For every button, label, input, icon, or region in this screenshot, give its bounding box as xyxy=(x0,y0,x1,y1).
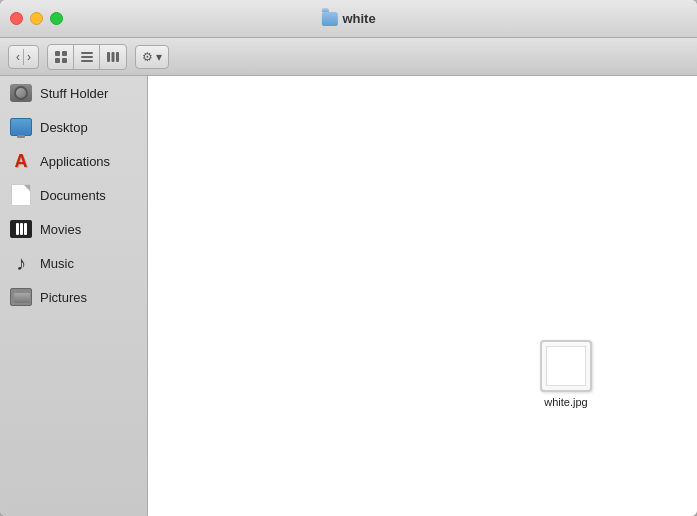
window-title-area: white xyxy=(321,11,375,26)
svg-rect-1 xyxy=(62,51,67,56)
sidebar-item-pictures[interactable]: Pictures xyxy=(0,280,147,314)
pictures-icon xyxy=(10,286,32,308)
sidebar-item-applications[interactable]: A Applications xyxy=(0,144,147,178)
sidebar-label-music: Music xyxy=(40,256,74,271)
maximize-button[interactable] xyxy=(50,12,63,25)
file-item-white-jpg[interactable]: white.jpg xyxy=(526,336,606,412)
sidebar-item-documents[interactable]: Documents xyxy=(0,178,147,212)
sidebar-label-documents: Documents xyxy=(40,188,106,203)
documents-icon xyxy=(10,184,32,206)
sidebar-label-applications: Applications xyxy=(40,154,110,169)
window-folder-icon xyxy=(321,12,337,26)
titlebar: white xyxy=(0,0,697,38)
applications-icon: A xyxy=(10,150,32,172)
sidebar-label-pictures: Pictures xyxy=(40,290,87,305)
svg-rect-6 xyxy=(81,60,93,62)
svg-rect-8 xyxy=(112,52,115,62)
svg-rect-4 xyxy=(81,52,93,54)
svg-rect-2 xyxy=(55,58,60,63)
sidebar-label-movies: Movies xyxy=(40,222,81,237)
view-list-button[interactable] xyxy=(74,45,100,69)
sidebar-label-desktop: Desktop xyxy=(40,120,88,135)
file-area[interactable]: white.jpg xyxy=(148,76,697,516)
action-arrow-icon: ▾ xyxy=(156,50,162,64)
svg-rect-3 xyxy=(62,58,67,63)
content-area: Stuff Holder Desktop A Applications Docu… xyxy=(0,76,697,516)
sidebar-resizer[interactable] xyxy=(142,76,147,516)
desktop-icon xyxy=(10,116,32,138)
forward-arrow-icon[interactable]: › xyxy=(24,50,34,64)
back-arrow-icon[interactable]: ‹ xyxy=(13,50,23,64)
action-button[interactable]: ⚙ ▾ xyxy=(135,45,169,69)
file-thumbnail xyxy=(540,340,592,392)
view-icon-button[interactable] xyxy=(48,45,74,69)
close-button[interactable] xyxy=(10,12,23,25)
view-column-button[interactable] xyxy=(100,45,126,69)
window-title: white xyxy=(342,11,375,26)
sidebar: Stuff Holder Desktop A Applications Docu… xyxy=(0,76,148,516)
window-controls xyxy=(10,12,63,25)
file-thumbnail-inner xyxy=(546,346,586,386)
svg-rect-7 xyxy=(107,52,110,62)
svg-rect-5 xyxy=(81,56,93,58)
sidebar-item-desktop[interactable]: Desktop xyxy=(0,110,147,144)
sidebar-label-stuff-holder: Stuff Holder xyxy=(40,86,108,101)
sidebar-item-music[interactable]: ♪ Music xyxy=(0,246,147,280)
file-label: white.jpg xyxy=(544,396,587,408)
sidebar-item-stuff-holder[interactable]: Stuff Holder xyxy=(0,76,147,110)
minimize-button[interactable] xyxy=(30,12,43,25)
finder-window: white ‹ › xyxy=(0,0,697,516)
view-buttons xyxy=(47,44,127,70)
toolbar: ‹ › xyxy=(0,38,697,76)
sidebar-item-movies[interactable]: Movies xyxy=(0,212,147,246)
action-gear-icon: ⚙ xyxy=(142,50,153,64)
movies-icon xyxy=(10,218,32,240)
music-icon: ♪ xyxy=(10,252,32,274)
nav-back-forward[interactable]: ‹ › xyxy=(8,45,39,69)
svg-rect-9 xyxy=(116,52,119,62)
hdd-icon xyxy=(10,82,32,104)
svg-rect-0 xyxy=(55,51,60,56)
